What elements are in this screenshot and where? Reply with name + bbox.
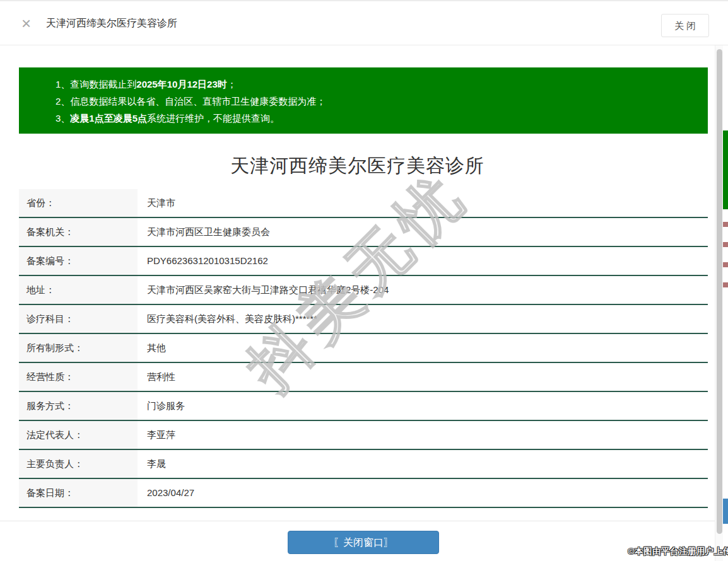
record-title: 天津河西缔美尔医疗美容诊所: [0, 153, 715, 179]
scrollbar-thumb[interactable]: [717, 49, 722, 534]
close-window-button[interactable]: 〖关闭窗口〗: [288, 531, 439, 554]
table-row: 地址： 天津市河西区吴家窑大街与卫津路交口君禧华庭2号楼-204: [19, 276, 708, 305]
row-value: 门诊服务: [138, 392, 708, 420]
row-value: 李晟: [138, 450, 708, 478]
notice-line-2: 2、信息数据结果以各省、自治区、直辖市卫生健康委数据为准；: [56, 93, 695, 110]
row-label: 备案日期：: [19, 479, 138, 507]
table-row: 备案日期： 2023/04/27: [19, 479, 708, 508]
record-modal: × 天津河西缔美尔医疗美容诊所 关 闭 1、查询数据截止到2025年10月12日…: [0, 0, 728, 561]
row-value: PDY66236312010315D2162: [138, 247, 708, 275]
table-row: 省份： 天津市: [19, 189, 708, 218]
sliver-text-fragment: [723, 262, 728, 267]
table-row: 经营性质： 营利性: [19, 363, 708, 392]
row-label: 地址：: [19, 276, 138, 304]
notice-banner: 1、查询数据截止到2025年10月12日23时； 2、信息数据结果以各省、自治区…: [19, 67, 708, 134]
row-value: 天津市: [138, 189, 708, 217]
section-divider: [0, 521, 715, 521]
sliver-blue-button: [723, 499, 728, 524]
notice-line-3-text: 3、: [56, 113, 70, 124]
row-value: 天津市河西区吴家窑大街与卫津路交口君禧华庭2号楼-204: [138, 276, 708, 304]
row-label: 备案编号：: [19, 247, 138, 275]
detail-table: 省份： 天津市 备案机关： 天津市河西区卫生健康委员会 备案编号： PDY662…: [19, 189, 708, 508]
notice-line-1-post: ；: [227, 79, 237, 90]
row-value: 天津市河西区卫生健康委员会: [138, 218, 708, 246]
scrollbar-track[interactable]: [715, 45, 723, 561]
row-label: 备案机关：: [19, 218, 138, 246]
notice-line-3-post: 系统进行维护，不能提供查询。: [147, 113, 279, 124]
notice-line-1-bold: 2025年10月12日23时: [136, 79, 226, 90]
row-value: 营利性: [138, 363, 708, 391]
modal-header: × 天津河西缔美尔医疗美容诊所 关 闭: [0, 1, 728, 45]
notice-line-1: 1、查询数据截止到2025年10月12日23时；: [56, 76, 695, 93]
table-row: 服务方式： 门诊服务: [19, 392, 708, 421]
row-label: 经营性质：: [19, 363, 138, 391]
row-label: 主要负责人：: [19, 450, 138, 478]
notice-line-3: 3、凌晨1点至凌晨5点系统进行维护，不能提供查询。: [56, 110, 695, 127]
row-value: 医疗美容科(美容外科、美容皮肤科)******: [138, 305, 708, 333]
table-row: 主要负责人： 李晟: [19, 450, 708, 479]
close-button[interactable]: 关 闭: [661, 14, 709, 37]
table-row: 诊疗科目： 医疗美容科(美容外科、美容皮肤科)******: [19, 305, 708, 334]
row-value: 2023/04/27: [138, 479, 708, 507]
sliver-text-fragment: [723, 242, 728, 247]
sliver-text-fragment: [723, 282, 728, 287]
notice-line-1-text: 1、查询数据截止到: [56, 79, 136, 90]
row-label: 省份：: [19, 189, 138, 217]
notice-line-3-bold: 凌晨1点至凌晨5点: [70, 113, 147, 124]
row-value: 李亚萍: [138, 421, 708, 449]
table-row: 备案机关： 天津市河西区卫生健康委员会: [19, 218, 708, 247]
row-label: 服务方式：: [19, 392, 138, 420]
row-label: 法定代表人：: [19, 421, 138, 449]
sliver-green-banner: [723, 130, 728, 209]
window-title: 天津河西缔美尔医疗美容诊所: [46, 1, 177, 45]
close-icon[interactable]: ×: [21, 15, 31, 32]
row-label: 所有制形式：: [19, 334, 138, 362]
table-row: 所有制形式： 其他: [19, 334, 708, 363]
copyright-overlay: ©本图由平台注册用户上传: [628, 546, 728, 557]
page-behind-sliver: [723, 45, 728, 561]
footer-actions: 〖关闭窗口〗: [19, 531, 708, 554]
row-label: 诊疗科目：: [19, 305, 138, 333]
row-value: 其他: [138, 334, 708, 362]
notice-line-2-text: 2、信息数据结果以各省、自治区、直辖市卫生健康委数据为准；: [56, 96, 326, 107]
table-row: 备案编号： PDY66236312010315D2162: [19, 247, 708, 276]
table-row: 法定代表人： 李亚萍: [19, 421, 708, 450]
sliver-text-fragment: [723, 222, 728, 227]
